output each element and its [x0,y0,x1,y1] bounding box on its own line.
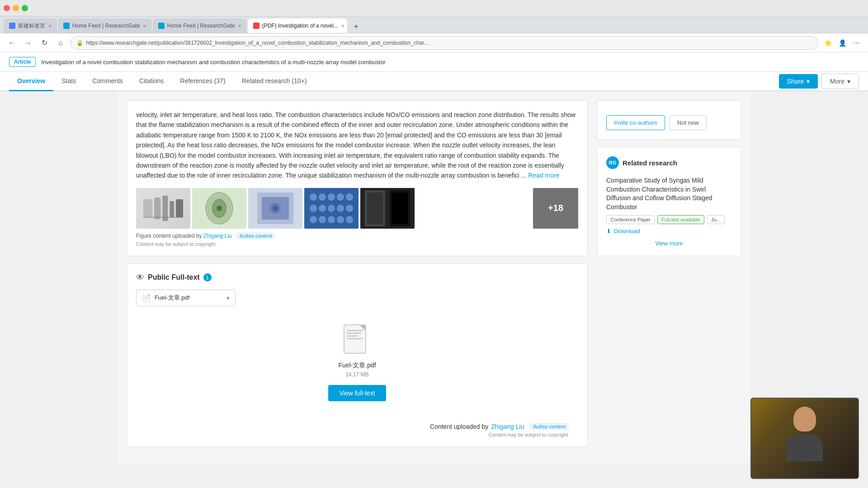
fulltext-section: 👁 Public Full-text 1 📄 Fuel-文章.pdf ▾ [127,263,588,447]
share-chevron-icon: ▾ [807,78,810,85]
content-uploader-link[interactable]: Zhigang Liu [491,423,524,430]
rg-logo-icon: RG [606,156,619,169]
window-close-button[interactable] [4,5,10,11]
fulltext-title: Public Full-text [148,273,200,282]
tab-close-2[interactable]: ✕ [143,23,146,28]
share-button[interactable]: Share ▾ [779,74,818,89]
tab-close-3[interactable]: ✕ [238,23,241,28]
content-author-badge: Author content [529,423,569,430]
tab-citations[interactable]: Citations [131,72,172,91]
window-maximize-button[interactable] [22,5,28,11]
refresh-button[interactable]: ↻ [38,37,51,49]
read-more-link[interactable]: Read more [528,172,559,179]
related-research-title: Related research [623,159,677,167]
figure-1[interactable] [136,188,190,229]
tab-favicon-3 [158,23,165,29]
more-label: More [830,78,844,85]
tab-references[interactable]: References (37) [172,72,233,91]
svg-point-20 [328,205,335,212]
tab-related[interactable]: Related research (10+) [234,72,315,91]
browser-tabs: 新建标签页 ✕ Home Feed | ResearchGate ✕ Home … [0,16,868,33]
nav-tab-actions: Share ▾ More ▾ [779,74,859,89]
pdf-line-1 [347,330,363,331]
address-lock-icon: 🔒 [76,40,83,46]
svg-point-15 [328,193,335,201]
svg-point-27 [346,216,353,223]
file-selector[interactable]: 📄 Fuel-文章.pdf ▾ [136,290,236,306]
view-fulltext-button[interactable]: View full-text [328,385,386,401]
svg-rect-4 [176,199,183,217]
profile-icon[interactable]: 👤 [836,37,848,49]
svg-point-18 [310,205,317,212]
figure-5[interactable] [360,188,415,229]
fulltext-header: 👁 Public Full-text 1 [136,273,578,282]
badge-journal: Ju... [707,215,725,224]
pdf-line-2 [347,333,361,334]
address-bar[interactable]: 🔒 https://www.researchgate.net/publicati… [71,36,818,50]
svg-point-23 [310,216,317,223]
fulltext-info-badge[interactable]: 1 [203,273,212,282]
more-button[interactable]: More ▾ [821,74,859,89]
browser-tab-4[interactable]: (PDF) Investigation of a novel... ✕ [248,19,347,33]
tab-overview[interactable]: Overview [9,72,53,91]
tab-close-4[interactable]: ✕ [341,23,344,28]
figure-4[interactable] [304,188,359,229]
svg-point-14 [319,193,326,201]
figure-2[interactable] [192,188,246,229]
extensions-icon[interactable]: ⭐ [822,37,834,49]
tab-stats[interactable]: Stats [53,72,84,91]
address-text: https://www.researchgate.net/publication… [86,40,429,46]
svg-point-26 [337,216,344,223]
svg-point-8 [217,206,222,211]
video-person [778,407,832,470]
figure-author-link[interactable]: Zhigang Liu [203,233,232,239]
tab-label-4: (PDF) Investigation of a novel... [262,23,338,29]
window-minimize-button[interactable] [13,5,19,11]
person-body [787,434,823,461]
badge-conference-paper: Conference Paper [606,215,655,224]
more-chevron-icon: ▾ [847,78,850,85]
browser-tab-3[interactable]: Home Feed | ResearchGate ✕ [153,19,247,33]
article-title: Investigation of a novel combustion stab… [41,59,859,66]
right-column: Invite co-authors Not now RG Related res… [597,100,741,454]
tab-label-3: Home Feed | ResearchGate [167,23,235,29]
pdf-icon-body [344,324,366,354]
download-icon: ⬇ [606,228,611,235]
main-content: velocity, inlet air temperature, and hea… [118,91,750,463]
back-button[interactable]: ← [5,37,18,49]
file-selector-name: Fuel-文章.pdf [155,294,189,302]
svg-point-19 [319,205,326,212]
browser-tab-2[interactable]: Home Feed | ResearchGate ✕ [58,19,152,33]
invite-actions: Invite co-authors Not now [606,115,732,130]
svg-point-22 [346,205,353,212]
video-placeholder [751,399,858,478]
view-more-link[interactable]: View more [606,240,732,247]
invite-coauthors-button[interactable]: Invite co-authors [606,115,665,130]
forward-button[interactable]: → [22,37,34,49]
content-uploaded-label: Content uploaded by [430,423,488,430]
content-copyright: Content may be subject to copyright. [136,432,578,437]
nav-tabs: Overview Stats Comments Citations Refere… [0,72,868,91]
abstract-section: velocity, inlet air temperature, and hea… [127,100,588,256]
abstract-text: velocity, inlet air temperature, and hea… [136,110,578,181]
pdf-line-4 [347,338,363,339]
browser-tab-1[interactable]: 新建标签页 ✕ [4,19,57,33]
svg-rect-1 [154,197,160,219]
menu-icon[interactable]: ⋯ [851,37,863,49]
figure-overlay-count[interactable]: +18 [533,188,578,229]
home-button[interactable]: ⌂ [54,37,67,49]
invite-card: Invite co-authors Not now [597,100,741,140]
related-research-card: RG Related research Comparative Study of… [597,147,741,256]
pdf-filename: Fuel-文章.pdf [338,361,376,370]
chevron-down-icon: ▾ [226,295,230,301]
new-tab-button[interactable]: + [350,20,363,33]
tab-comments[interactable]: Comments [84,72,131,91]
download-button[interactable]: ⬇ Download [606,228,640,235]
not-now-button[interactable]: Not now [670,115,707,130]
browser-frame: 新建标签页 ✕ Home Feed | ResearchGate ✕ Home … [0,0,868,488]
pdf-size: 14.17 MB [345,371,368,378]
tab-close-1[interactable]: ✕ [48,23,52,28]
toolbar-icons: ⭐ 👤 ⋯ [822,37,863,49]
person-head [793,407,816,432]
figure-3[interactable] [248,188,302,229]
